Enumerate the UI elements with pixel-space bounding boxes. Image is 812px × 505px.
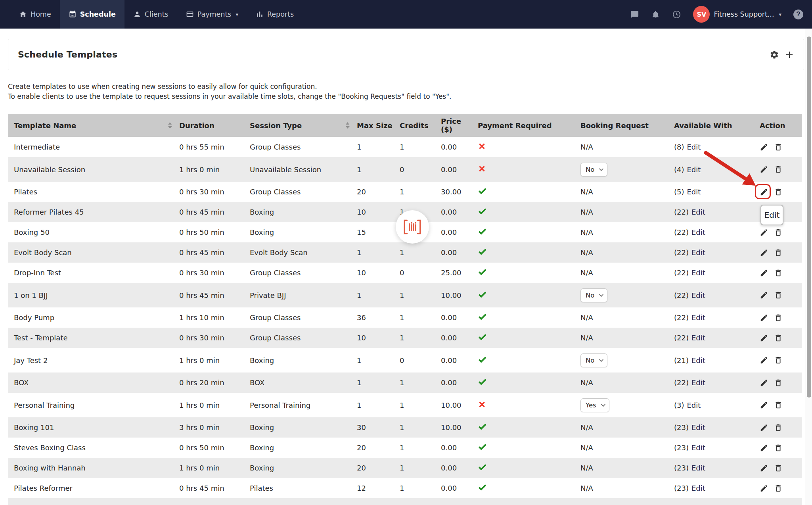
edit-row-button[interactable] xyxy=(760,356,768,365)
available-edit-link[interactable]: Edit xyxy=(687,401,701,409)
cell-booking-request: N/A xyxy=(580,269,674,277)
pencil-icon xyxy=(760,228,768,237)
scrollbar xyxy=(805,29,812,505)
delete-row-button[interactable] xyxy=(774,228,783,237)
booking-request-select[interactable]: No xyxy=(580,353,607,367)
table-row: Steves Boxing Class0 hrs 50 minBoxing201… xyxy=(8,438,802,458)
column-header-template-name[interactable]: Template Name xyxy=(14,121,179,130)
settings-button[interactable] xyxy=(770,50,779,60)
nav-item-payments[interactable]: Payments ▾ xyxy=(177,0,247,29)
edit-row-button[interactable] xyxy=(760,334,768,342)
chevron-down-icon xyxy=(601,402,605,407)
cell-template-name: Evolt Body Scan xyxy=(14,248,179,257)
delete-row-button[interactable] xyxy=(774,333,783,343)
cell-actions xyxy=(760,443,802,453)
available-edit-link[interactable]: Edit xyxy=(691,228,705,236)
delete-row-button[interactable] xyxy=(774,248,783,257)
edit-row-button[interactable] xyxy=(760,291,768,300)
cell-max-size: 10 xyxy=(357,208,400,216)
column-header-session-type[interactable]: Session Type xyxy=(250,121,357,130)
cell-payment-required xyxy=(478,312,580,323)
check-icon xyxy=(478,463,487,472)
cell-duration: 0 hrs 20 min xyxy=(179,378,250,387)
delete-row-button[interactable] xyxy=(774,290,783,300)
available-edit-link[interactable]: Edit xyxy=(687,188,701,196)
available-edit-link[interactable]: Edit xyxy=(691,291,705,300)
cell-template-name: Reformer Pilates 45 xyxy=(14,208,179,216)
delete-row-button[interactable] xyxy=(774,463,783,473)
nav-item-home[interactable]: Home xyxy=(10,0,60,29)
available-edit-link[interactable]: Edit xyxy=(691,269,705,277)
cell-max-size: 1 xyxy=(357,356,400,365)
floating-scan-widget[interactable] xyxy=(396,210,429,244)
booking-request-select[interactable]: No xyxy=(580,288,607,302)
nav-item-reports[interactable]: Reports xyxy=(247,0,303,29)
nav-item-clients[interactable]: Clients xyxy=(124,0,177,29)
available-edit-link[interactable]: Edit xyxy=(691,444,705,452)
available-edit-link[interactable]: Edit xyxy=(691,464,705,472)
add-template-button[interactable] xyxy=(785,50,794,60)
booking-request-value: N/A xyxy=(580,269,593,277)
available-edit-link[interactable]: Edit xyxy=(691,356,705,365)
delete-row-button[interactable] xyxy=(774,142,783,152)
notifications-button[interactable] xyxy=(651,10,660,19)
intro-line-1: Create templates to use when creating ne… xyxy=(8,82,804,92)
available-edit-link[interactable]: Edit xyxy=(691,313,705,322)
delete-row-button[interactable] xyxy=(774,165,783,174)
edit-row-button[interactable] xyxy=(760,484,768,493)
check-icon xyxy=(478,483,487,492)
table-row: Body Pump1 hrs 10 minGroup Classes3610.0… xyxy=(8,307,802,328)
chat-button[interactable] xyxy=(630,10,639,19)
pencil-icon xyxy=(760,378,768,387)
cell-duration: 0 hrs 45 min xyxy=(179,208,250,216)
check-icon xyxy=(478,355,487,364)
barcode-scan-icon xyxy=(402,219,422,235)
user-menu[interactable]: SV Fitness Support... ▾ xyxy=(693,6,781,23)
delete-row-button[interactable] xyxy=(774,378,783,388)
delete-row-button[interactable] xyxy=(774,268,783,278)
cell-price: 0.00 xyxy=(441,248,478,257)
edit-row-button[interactable] xyxy=(760,378,768,387)
cell-available-with: (22)Edit xyxy=(674,208,760,216)
available-edit-link[interactable]: Edit xyxy=(691,378,705,387)
check-icon xyxy=(478,207,487,216)
available-edit-link[interactable]: Edit xyxy=(691,208,705,216)
booking-request-select[interactable]: No xyxy=(580,163,607,177)
edit-row-button[interactable] xyxy=(760,401,768,409)
delete-row-button[interactable] xyxy=(774,355,783,365)
cell-booking-request: N/A xyxy=(580,313,674,322)
help-icon[interactable]: ? xyxy=(793,10,803,19)
available-edit-link[interactable]: Edit xyxy=(687,143,701,151)
edit-row-button[interactable] xyxy=(760,444,768,452)
edit-row-button[interactable] xyxy=(760,464,768,472)
cell-available-with: (23)Edit xyxy=(674,484,760,492)
history-button[interactable] xyxy=(672,10,681,19)
nav-item-schedule[interactable]: Schedule xyxy=(60,0,124,29)
edit-row-button[interactable] xyxy=(760,313,768,322)
cell-available-with: (22)Edit xyxy=(674,269,760,277)
delete-row-button[interactable] xyxy=(774,443,783,453)
available-edit-link[interactable]: Edit xyxy=(691,484,705,492)
edit-row-button[interactable] xyxy=(760,228,768,237)
available-count: (22) xyxy=(674,334,689,342)
delete-row-button[interactable] xyxy=(774,313,783,323)
cell-payment-required xyxy=(478,377,580,388)
cell-max-size: 36 xyxy=(357,313,400,322)
available-count: (23) xyxy=(674,423,689,432)
delete-row-button[interactable] xyxy=(774,400,783,410)
delete-row-button[interactable] xyxy=(774,423,783,432)
delete-row-button[interactable] xyxy=(774,484,783,493)
cell-booking-request: N/A xyxy=(580,484,674,492)
edit-row-button[interactable] xyxy=(760,423,768,432)
available-edit-link[interactable]: Edit xyxy=(691,423,705,432)
cell-booking-request: N/A xyxy=(580,228,674,236)
edit-row-button[interactable] xyxy=(760,269,768,277)
booking-request-select[interactable]: Yes xyxy=(580,398,609,412)
available-edit-link[interactable]: Edit xyxy=(691,248,705,257)
scrollbar-thumb[interactable] xyxy=(807,36,811,397)
edit-row-button[interactable] xyxy=(760,248,768,257)
available-edit-link[interactable]: Edit xyxy=(691,334,705,342)
available-edit-link[interactable]: Edit xyxy=(687,165,701,174)
cell-available-with: (23)Edit xyxy=(674,423,760,432)
delete-row-button[interactable] xyxy=(774,187,783,197)
